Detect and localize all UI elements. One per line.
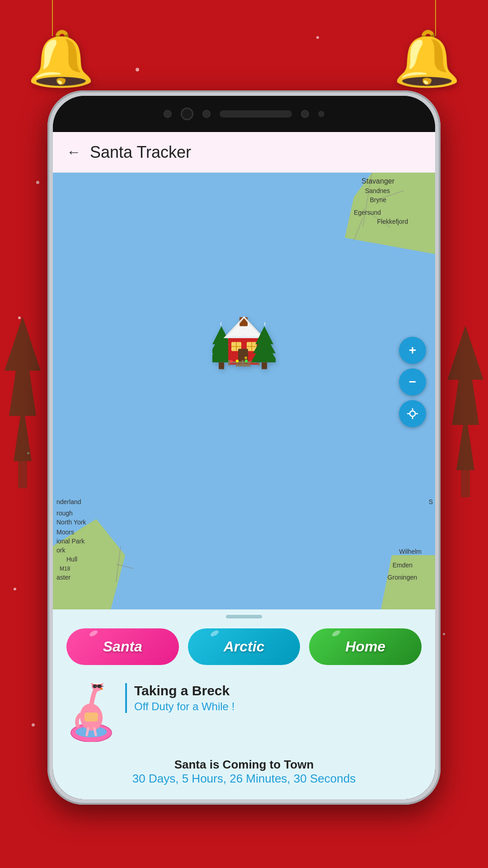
map-label-wilhelm: Wilhelm [399, 548, 422, 555]
map-label-groningen: Groningen [388, 574, 417, 581]
map-label-ionalpark: ional Park [56, 538, 84, 545]
drag-handle-bar [226, 615, 262, 618]
info-card: Taking a Breck Off Duty for a While ! [66, 683, 422, 749]
svg-rect-40 [262, 363, 267, 369]
svg-line-60 [94, 728, 96, 735]
svg-point-41 [410, 411, 415, 416]
svg-marker-2 [447, 326, 483, 470]
speaker-bar [220, 110, 292, 118]
map-label-moors: Moors [56, 528, 74, 536]
map-label-aster: aster [56, 574, 70, 581]
nav-buttons: Santa Arctic Home [53, 624, 435, 674]
svg-line-9 [116, 564, 134, 569]
svg-marker-0 [5, 316, 41, 461]
camera-main [181, 108, 193, 120]
map-label-emden: Emden [393, 561, 413, 569]
map-controls: + − [399, 337, 426, 427]
countdown-section: Santa is Coming to Town 30 Days, 5 Hours… [66, 758, 422, 786]
zoom-in-button[interactable]: + [399, 337, 426, 364]
map-label-flekkefjord: Flekkefjord [377, 218, 408, 225]
drag-handle[interactable] [53, 609, 435, 624]
map-label-sandnes: Sandnes [365, 187, 390, 194]
svg-rect-30 [242, 360, 244, 366]
app-header: ← Santa Tracker [53, 132, 435, 173]
map-road-bottom [107, 546, 134, 582]
map-label-hull: Hull [66, 556, 77, 563]
map-label-s: S [429, 498, 433, 505]
svg-point-33 [236, 360, 239, 363]
flamingo-icon [66, 683, 116, 749]
app-screen: ← Santa Tracker Stavanger S [53, 132, 435, 799]
map-label-rough: rough [56, 509, 73, 517]
bottom-panel: Santa Arctic Home [53, 609, 435, 799]
home-button[interactable]: Home [309, 628, 422, 665]
map-area[interactable]: Stavanger Sandnes Bryne Egersund Flekkef… [53, 173, 435, 609]
phone-frame: ← Santa Tracker Stavanger S [47, 90, 441, 805]
phone-inner: ← Santa Tracker Stavanger S [53, 96, 435, 799]
svg-rect-29 [228, 360, 230, 366]
bell-left-icon: 🔔 [27, 27, 95, 91]
map-label-egersund: Egersund [354, 209, 381, 216]
svg-point-26 [244, 357, 247, 359]
santa-button[interactable]: Santa [66, 628, 179, 665]
svg-rect-13 [219, 363, 224, 369]
svg-point-32 [230, 360, 233, 363]
pine-tree-left [5, 316, 41, 497]
svg-point-34 [245, 360, 248, 363]
map-label-ork: ork [56, 547, 65, 554]
countdown-time: 30 Days, 5 Hours, 26 Minutes, 30 Seconds [66, 772, 422, 786]
svg-rect-3 [461, 470, 470, 497]
map-label-nderland: nderland [56, 498, 81, 505]
map-label-m18: M18 [60, 566, 70, 572]
arctic-button[interactable]: Arctic [188, 628, 300, 665]
map-label-northyork: North York [56, 519, 86, 526]
pine-tree-right [447, 326, 483, 506]
map-label-stavanger: Stavanger [361, 177, 394, 185]
svg-line-59 [87, 728, 88, 735]
svg-rect-1 [18, 461, 27, 488]
countdown-label: Santa is Coming to Town [66, 758, 422, 772]
info-title: Taking a Breck [134, 683, 235, 698]
camera-dot-3 [301, 110, 309, 118]
phone-top-bar [53, 96, 435, 132]
flash-dot [318, 111, 324, 117]
info-text-block: Taking a Breck Off Duty for a While ! [125, 683, 235, 713]
svg-point-55 [97, 684, 102, 688]
map-label-bryne: Bryne [370, 196, 386, 203]
camera-dot-1 [164, 110, 172, 118]
svg-line-7 [354, 218, 363, 241]
info-section: Taking a Breck Off Duty for a While ! Sa… [53, 674, 435, 799]
svg-rect-58 [84, 712, 98, 722]
back-button[interactable]: ← [66, 144, 81, 160]
santa-house-icon [212, 313, 276, 382]
locate-button[interactable] [399, 400, 426, 427]
app-title: Santa Tracker [90, 143, 191, 162]
bell-right-icon: 🔔 [393, 27, 461, 91]
zoom-out-button[interactable]: − [399, 368, 426, 396]
info-subtitle: Off Duty for a While ! [134, 700, 235, 713]
camera-dot-2 [202, 110, 211, 118]
